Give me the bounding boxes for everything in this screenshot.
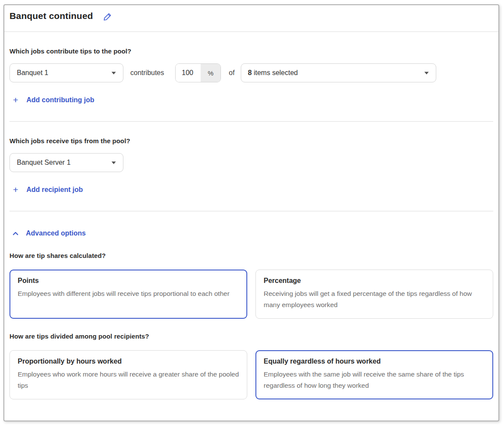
option-card-points[interactable]: Points Employees with different jobs wil… [9, 270, 247, 319]
edit-pencil-icon[interactable] [103, 12, 112, 21]
recipient-row: Banquet Server 1 [9, 153, 493, 172]
page-title: Banquet continued [9, 10, 93, 22]
contributes-label: contributes [130, 69, 164, 77]
option-card-title: Equally regardless of hours worked [264, 358, 485, 365]
add-contributing-job-label: Add contributing job [26, 96, 94, 104]
pool-items-select[interactable]: 8 items selected [241, 63, 436, 82]
option-card-description: Employees who work more hours will recei… [18, 369, 239, 391]
division-option-cards: Proportionally by hours worked Employees… [9, 350, 493, 399]
option-card-description: Receiving jobs will get a fixed percenta… [264, 288, 485, 311]
advanced-options-toggle[interactable]: Advanced options [9, 229, 86, 237]
plus-icon: + [13, 96, 18, 104]
form-header: Banquet continued [9, 10, 493, 22]
add-recipient-job-button[interactable]: + Add recipient job [9, 186, 83, 194]
contributing-job-select[interactable]: Banquet 1 [9, 63, 123, 82]
chevron-down-icon [424, 72, 429, 75]
chevron-up-icon [13, 232, 19, 235]
option-card-title: Points [18, 277, 239, 285]
add-contributing-job-button[interactable]: + Add contributing job [9, 96, 94, 104]
pool-items-value: 8 items selected [248, 69, 298, 77]
add-recipient-job-label: Add recipient job [26, 186, 83, 194]
chevron-down-icon [111, 161, 116, 164]
tip-pool-form-panel: Banquet continued Which jobs contribute … [3, 4, 499, 421]
option-card-equal-share[interactable]: Equally regardless of hours worked Emplo… [255, 350, 493, 399]
advanced-options-label: Advanced options [26, 229, 86, 237]
percent-input-group: % [175, 63, 221, 82]
shares-option-cards: Points Employees with different jobs wil… [9, 270, 493, 319]
option-card-description: Employees with the same job will receive… [264, 369, 485, 391]
percent-suffix: % [201, 64, 220, 82]
contributors-question: Which jobs contribute tips to the pool? [9, 47, 493, 55]
option-card-title: Proportionally by hours worked [18, 358, 239, 365]
option-card-description: Employees with different jobs will recei… [18, 288, 239, 299]
shares-question: How are tip shares calculated? [9, 252, 493, 259]
contributing-job-value: Banquet 1 [17, 69, 48, 77]
option-card-percentage[interactable]: Percentage Receiving jobs will get a fix… [255, 270, 493, 319]
option-card-title: Percentage [264, 277, 485, 285]
chevron-down-icon [111, 72, 116, 75]
section-divider [9, 121, 493, 122]
option-card-proportional-hours[interactable]: Proportionally by hours worked Employees… [9, 350, 247, 399]
plus-icon: + [13, 186, 18, 194]
contributor-row: Banquet 1 contributes % of 8 items selec… [9, 63, 493, 82]
percent-input[interactable] [176, 64, 201, 82]
recipient-job-select[interactable]: Banquet Server 1 [9, 153, 123, 172]
division-question: How are tips divided among pool recipien… [9, 333, 493, 340]
of-label: of [229, 69, 234, 77]
recipient-job-value: Banquet Server 1 [17, 159, 71, 166]
header-divider [4, 31, 498, 32]
recipients-question: Which jobs receive tips from the pool? [9, 137, 493, 144]
section-divider [9, 211, 493, 211]
